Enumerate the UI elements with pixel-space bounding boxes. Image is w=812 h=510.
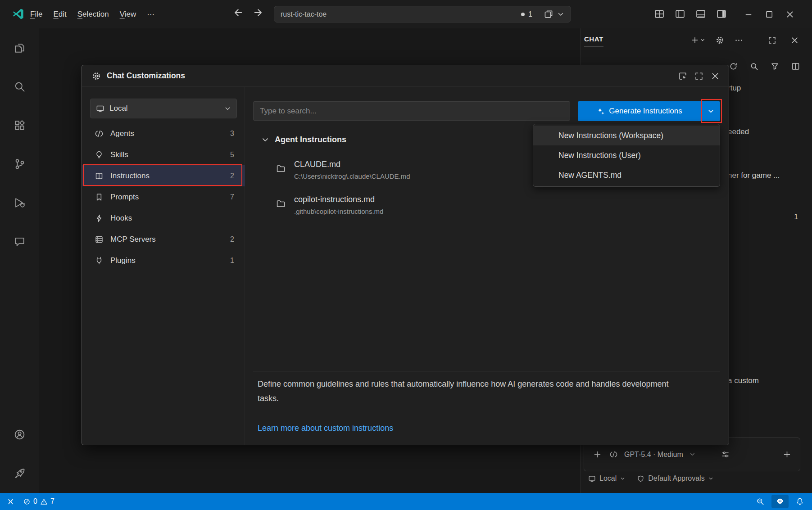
rocket-icon[interactable] [8, 461, 31, 485]
learn-more-link[interactable]: Learn more about custom instructions [258, 424, 393, 433]
scope-picker-label: Local [599, 474, 617, 483]
run-debug-icon[interactable] [8, 191, 31, 214]
menu-more[interactable]: ··· [142, 8, 159, 21]
warning-count: 7 [50, 497, 54, 505]
chevron-down-icon[interactable] [557, 11, 564, 18]
panel-maximize-icon[interactable] [764, 32, 780, 48]
scope-picker[interactable]: Local [588, 474, 625, 483]
toggle-panel-icon[interactable] [694, 7, 708, 21]
error-icon [23, 498, 31, 505]
panel-close-icon[interactable] [787, 32, 802, 48]
customize-layout-icon[interactable] [653, 7, 666, 21]
zoom-status-icon[interactable] [752, 495, 769, 508]
menu-selection[interactable]: Selection [73, 8, 114, 21]
split-panel-icon[interactable] [788, 59, 803, 74]
chevron-down-icon [620, 476, 625, 481]
nav-item-plugins[interactable]: Plugins1 [82, 250, 245, 271]
dialog-sidebar: Local Agents3 Skills5 Instructions2 Prom… [82, 87, 245, 445]
chat-settings-gear-icon[interactable] [712, 32, 727, 48]
divider [538, 10, 538, 19]
chat-sessions-icon[interactable] [544, 9, 553, 19]
window-maximize-button[interactable] [759, 0, 780, 28]
chevron-down-icon [708, 108, 714, 115]
monitor-icon [588, 475, 596, 483]
explorer-icon[interactable] [8, 36, 31, 59]
send-plus-icon[interactable] [781, 447, 793, 462]
toggle-secondary-sidebar-icon[interactable] [715, 7, 728, 21]
filter-icon[interactable] [767, 59, 782, 74]
agent-instructions-section-header[interactable]: Agent Instructions [261, 135, 346, 144]
agents-icon [95, 129, 104, 138]
command-center[interactable]: rust-tic-tac-toe 1 [274, 6, 571, 23]
nav-back-icon[interactable] [232, 7, 243, 18]
file-name: copilot-instructions.md [294, 195, 383, 204]
approvals-picker[interactable]: Default Approvals [637, 474, 713, 483]
bookmark-icon [95, 193, 104, 202]
menu-item-new-instructions-user[interactable]: New Instructions (User) [533, 145, 720, 165]
nav-item-instructions[interactable]: Instructions2 [82, 165, 245, 186]
chat-more-actions-icon[interactable] [731, 32, 746, 48]
nav-item-agents[interactable]: Agents3 [82, 123, 245, 144]
dialog-maximize-icon[interactable] [691, 68, 707, 84]
session-count: 1 [528, 10, 532, 18]
extensions-icon[interactable] [8, 113, 31, 137]
chevron-down-icon [708, 476, 713, 481]
approvals-picker-label: Default Approvals [648, 474, 704, 483]
error-count: 0 [33, 497, 37, 505]
new-chat-button[interactable] [688, 32, 708, 48]
generate-instructions-button: Generate Instructions [578, 101, 720, 121]
chat-clipped-text: ner for game ... [728, 171, 780, 180]
source-control-icon[interactable] [8, 152, 31, 176]
dialog-title: Chat Customizations [107, 71, 185, 81]
menu-item-new-instructions-workspace[interactable]: New Instructions (Workspace) [533, 126, 720, 145]
chat-clipped-text: eeded [728, 127, 749, 136]
window-minimize-button[interactable] [738, 0, 759, 28]
search-chats-icon[interactable] [746, 59, 762, 74]
remote-indicator[interactable] [6, 497, 15, 506]
title-bar: File Edit Selection View ··· rust-tic-ta… [0, 0, 812, 28]
problems-indicator[interactable]: 0 7 [23, 497, 54, 505]
toggle-primary-sidebar-icon[interactable] [673, 7, 687, 21]
vscode-logo [12, 8, 24, 20]
scope-select[interactable]: Local [90, 99, 237, 118]
menu-edit[interactable]: Edit [48, 8, 71, 21]
nav-item-skills[interactable]: Skills5 [82, 144, 245, 165]
command-center-text: rust-tic-tac-toe [281, 10, 327, 18]
chevron-down-icon [690, 451, 695, 457]
divider [253, 371, 720, 371]
generate-dropdown-menu: New Instructions (Workspace) New Instruc… [533, 124, 720, 187]
open-in-editor-icon[interactable] [675, 68, 691, 84]
window-close-button[interactable] [780, 0, 800, 28]
folder-icon [276, 199, 286, 215]
agent-mode-icon[interactable] [609, 450, 618, 459]
tools-sliders-icon[interactable] [718, 447, 733, 462]
dialog-search-input[interactable] [253, 101, 570, 121]
chat-clipped-text: rtup [728, 84, 741, 93]
dialog-close-icon[interactable] [707, 68, 723, 84]
accounts-icon[interactable] [8, 423, 31, 446]
chat-icon[interactable] [8, 230, 31, 253]
nav-item-hooks[interactable]: Hooks [82, 208, 245, 229]
generate-instructions-dropdown[interactable] [701, 101, 720, 121]
nav-forward-icon[interactable] [253, 7, 264, 18]
menu-file[interactable]: File [25, 8, 47, 21]
instruction-file-row[interactable]: copilot-instructions.md .github\copilot-… [276, 195, 383, 215]
copilot-status-icon[interactable] [771, 495, 789, 508]
nav-item-prompts[interactable]: Prompts7 [82, 186, 245, 208]
bell-icon[interactable] [791, 495, 808, 508]
file-name: CLAUDE.md [294, 160, 410, 169]
model-picker[interactable]: GPT-5.4 · Medium [624, 451, 683, 459]
status-bar: 0 7 [0, 493, 812, 510]
scope-select-label: Local [109, 104, 128, 113]
instruction-file-row[interactable]: CLAUDE.md C:\Users\nicktrog\.claude\CLAU… [276, 160, 410, 180]
generate-instructions-main[interactable]: Generate Instructions [578, 101, 701, 121]
search-icon[interactable] [8, 75, 31, 98]
menu-view[interactable]: View [115, 8, 141, 21]
file-path: .github\copilot-instructions.md [294, 208, 383, 215]
dialog-header: Chat Customizations [82, 65, 730, 87]
nav-item-mcp-servers[interactable]: MCP Servers2 [82, 229, 245, 250]
menu-item-new-agents-md[interactable]: New AGENTS.md [533, 165, 720, 185]
activity-bar [0, 28, 39, 493]
chat-panel-tab[interactable]: CHAT [584, 35, 603, 46]
attach-context-icon[interactable] [591, 447, 603, 462]
